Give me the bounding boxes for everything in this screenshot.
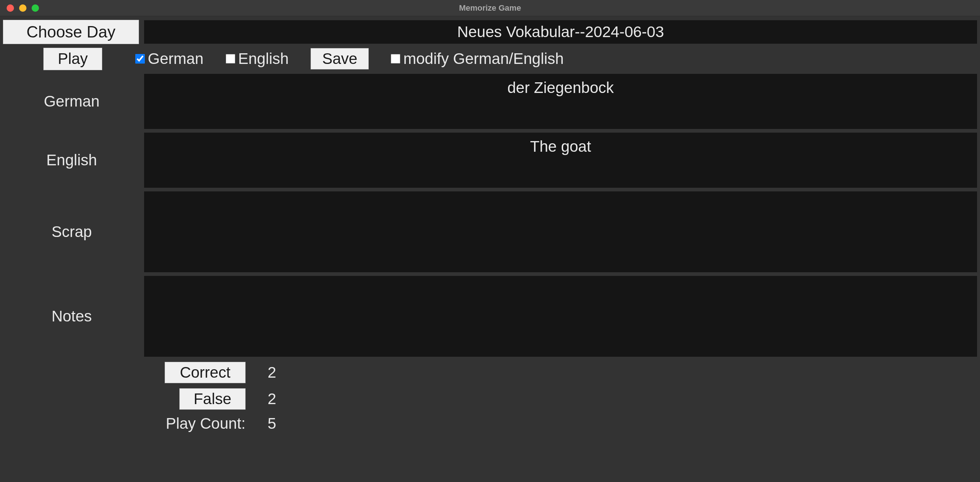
- controls-right: German English Save modify German/Englis…: [135, 48, 564, 70]
- english-label: English: [3, 133, 144, 188]
- correct-value: 2: [267, 364, 276, 381]
- english-checkbox[interactable]: [226, 54, 235, 63]
- german-checkbox-wrap[interactable]: German: [135, 50, 204, 68]
- scrap-input[interactable]: [144, 192, 977, 272]
- german-checkbox[interactable]: [135, 54, 145, 63]
- play-button[interactable]: Play: [43, 48, 102, 70]
- deck-title: Neues Vokabular--2024-06-03: [144, 20, 977, 44]
- playcount-label: Play Count:: [3, 415, 267, 433]
- german-label: German: [3, 74, 144, 129]
- correct-button-holder: Correct: [3, 362, 267, 383]
- scrap-label: Scrap: [3, 192, 144, 272]
- controls-row: Play German English Save modify German/E…: [3, 48, 977, 70]
- close-window-icon[interactable]: [6, 5, 14, 12]
- english-input[interactable]: The goat: [144, 133, 977, 188]
- playcount-value: 5: [267, 415, 276, 433]
- header-row: Choose Day Neues Vokabular--2024-06-03: [3, 20, 977, 44]
- german-input[interactable]: der Ziegenbock: [144, 74, 977, 129]
- scrap-row: Scrap: [3, 192, 977, 272]
- english-checkbox-label: English: [238, 50, 289, 68]
- german-checkbox-label: German: [148, 50, 204, 68]
- modify-checkbox-label: modify German/English: [403, 50, 564, 68]
- maximize-window-icon[interactable]: [32, 5, 39, 12]
- english-checkbox-wrap[interactable]: English: [226, 50, 289, 68]
- traffic-lights: [0, 5, 39, 12]
- playcount-row: Play Count: 5: [3, 415, 977, 433]
- notes-label: Notes: [3, 276, 144, 357]
- content-area: Choose Day Neues Vokabular--2024-06-03 P…: [0, 16, 980, 435]
- english-row: English The goat: [3, 133, 977, 188]
- notes-input[interactable]: [144, 276, 977, 357]
- window-title: Memorize Game: [459, 3, 521, 13]
- false-value: 2: [267, 390, 276, 408]
- notes-row: Notes: [3, 276, 977, 357]
- false-button[interactable]: False: [180, 388, 245, 410]
- choose-day-button[interactable]: Choose Day: [3, 20, 139, 44]
- modify-checkbox[interactable]: [391, 54, 400, 63]
- correct-button[interactable]: Correct: [165, 362, 245, 383]
- modify-checkbox-wrap[interactable]: modify German/English: [391, 50, 564, 68]
- false-row: False 2: [3, 388, 977, 410]
- save-button[interactable]: Save: [310, 48, 369, 70]
- minimize-window-icon[interactable]: [19, 5, 27, 12]
- german-row: German der Ziegenbock: [3, 74, 977, 129]
- correct-row: Correct 2: [3, 362, 977, 383]
- titlebar: Memorize Game: [0, 0, 980, 16]
- false-button-holder: False: [3, 388, 267, 410]
